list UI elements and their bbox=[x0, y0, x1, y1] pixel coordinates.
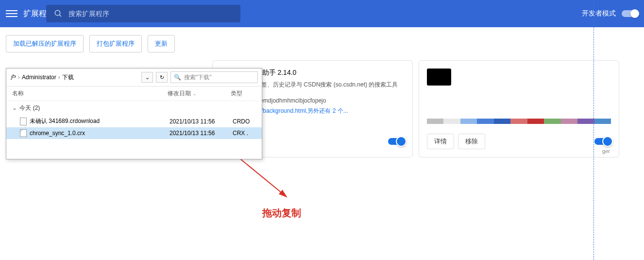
file-icon bbox=[20, 129, 27, 137]
dev-mode-control: 开发者模式 bbox=[582, 9, 638, 18]
bc-segment[interactable]: 下载 bbox=[62, 73, 74, 82]
extension-card-3: ger 详情 移除 bbox=[419, 60, 619, 157]
extension-icon bbox=[427, 69, 451, 86]
color-strip bbox=[427, 119, 611, 124]
update-button[interactable]: 更新 bbox=[148, 35, 175, 52]
breadcrumb-dropdown[interactable]: ⌄ bbox=[141, 72, 153, 83]
search-input[interactable] bbox=[68, 10, 233, 17]
card-footer: 详情 移除 bbox=[427, 134, 611, 149]
breadcrumb[interactable]: 户 › Administrator › 下载 bbox=[10, 73, 138, 82]
file-row[interactable]: chrome_sync_1.0.crx 2021/10/13 11:56 CRX… bbox=[6, 127, 262, 139]
annotation-text: 拖动复制 bbox=[262, 207, 301, 220]
detail-button[interactable]: 详情 bbox=[427, 134, 454, 149]
chevron-right-icon: › bbox=[58, 74, 60, 81]
file-name: 未确认 341689.crdownload bbox=[30, 117, 100, 125]
file-explorer-window: 户 › Administrator › 下载 ⌄ ↻ 🔍 搜索"下载" 名称 修… bbox=[6, 68, 262, 159]
explorer-toolbar: 户 › Administrator › 下载 ⌄ ↻ 🔍 搜索"下载" bbox=[6, 69, 262, 87]
chevron-down-icon: ⌄ bbox=[12, 104, 17, 111]
col-type[interactable]: 类型 bbox=[231, 89, 256, 98]
app-header: 扩展程序 开发者模式 bbox=[0, 0, 644, 27]
toolbar: 加载已解压的扩展程序 打包扩展程序 更新 bbox=[0, 27, 644, 60]
svg-line-1 bbox=[59, 15, 61, 17]
chevron-right-icon: › bbox=[18, 74, 20, 81]
dev-mode-label: 开发者模式 bbox=[582, 9, 616, 18]
enable-toggle[interactable] bbox=[594, 138, 611, 145]
search-placeholder: 搜索"下载" bbox=[184, 73, 212, 82]
file-type: CRDO bbox=[233, 118, 256, 125]
load-unpacked-button[interactable]: 加载已解压的扩展程序 bbox=[6, 35, 84, 52]
svg-point-0 bbox=[55, 10, 60, 16]
bc-segment[interactable]: Administrator bbox=[22, 74, 56, 81]
search-icon: 🔍 bbox=[174, 74, 181, 81]
dev-mode-toggle[interactable] bbox=[622, 10, 638, 17]
bc-segment[interactable]: 户 bbox=[10, 73, 16, 82]
file-name: chrome_sync_1.0.crx bbox=[30, 130, 85, 137]
file-icon bbox=[20, 118, 27, 125]
explorer-search[interactable]: 🔍 搜索"下载" bbox=[170, 71, 258, 83]
search-icon bbox=[54, 9, 63, 18]
col-name[interactable]: 名称 bbox=[12, 89, 168, 98]
menu-icon[interactable] bbox=[6, 8, 17, 19]
pack-button[interactable]: 打包扩展程序 bbox=[89, 35, 142, 52]
file-date: 2021/10/13 11:56 bbox=[169, 130, 233, 137]
explorer-column-headers: 名称 修改日期⌄ 类型 bbox=[6, 87, 262, 101]
col-date[interactable]: 修改日期⌄ bbox=[168, 89, 231, 98]
partial-text-right: ger bbox=[602, 148, 610, 154]
file-type: CRX . bbox=[233, 130, 256, 137]
remove-button[interactable]: 移除 bbox=[458, 134, 485, 149]
file-row[interactable]: 未确认 341689.crdownload 2021/10/13 11:56 C… bbox=[6, 115, 262, 127]
refresh-button[interactable]: ↻ bbox=[156, 72, 168, 83]
sort-icon: ⌄ bbox=[193, 91, 197, 96]
file-date: 2021/10/13 11:56 bbox=[169, 118, 233, 125]
date-group-header[interactable]: ⌄ 今天 (2) bbox=[6, 101, 262, 115]
search-box[interactable] bbox=[46, 5, 240, 22]
crop-guide-line bbox=[593, 0, 594, 260]
enable-toggle[interactable] bbox=[388, 138, 405, 145]
group-label: 今天 (2) bbox=[19, 104, 40, 111]
